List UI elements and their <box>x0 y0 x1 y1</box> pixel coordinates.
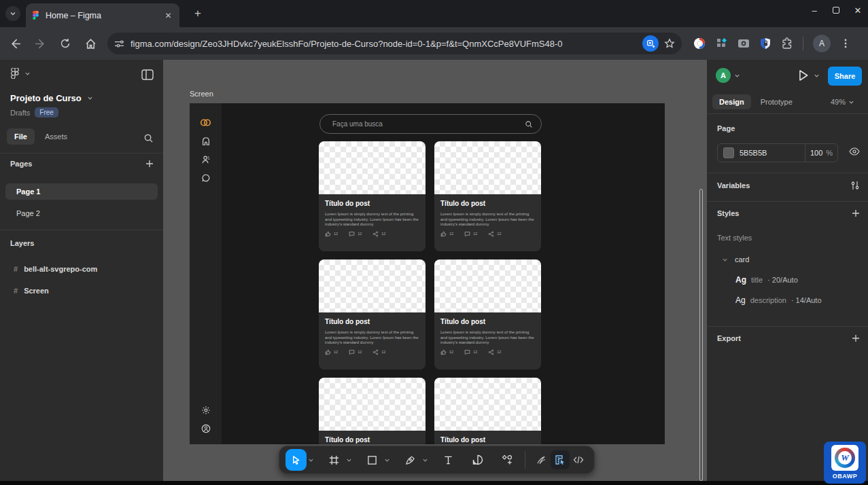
site-settings-icon[interactable] <box>114 39 124 49</box>
file-location[interactable]: Drafts <box>10 109 30 117</box>
window-close-button[interactable]: ✕ <box>853 5 863 15</box>
layer-item-screen[interactable]: # Screen <box>5 283 158 299</box>
post-card[interactable]: Título do post Lorem Ipsum is simply dum… <box>434 141 541 251</box>
google-lens-icon[interactable] <box>642 35 659 52</box>
chevron-down-icon[interactable] <box>24 71 31 77</box>
bookmark-star-icon[interactable] <box>664 38 675 49</box>
forward-button[interactable] <box>30 33 50 54</box>
comment-icon <box>464 231 470 237</box>
post-description: Lorem Ipsum is simply dummy text of the … <box>325 212 419 228</box>
add-page-icon[interactable] <box>145 160 154 168</box>
comment-stat: 12 <box>464 349 477 355</box>
thumbs-up-icon <box>325 231 331 237</box>
pen-tool-button[interactable] <box>400 449 421 471</box>
post-card[interactable]: Título do post Lorem Ipsum is simply dum… <box>434 259 541 370</box>
post-card[interactable]: Título do post Lorem Ipsum is simply dum… <box>319 259 426 370</box>
post-card[interactable]: Título do post Lorem Ipsum is simply dum… <box>319 141 426 251</box>
new-tab-button[interactable]: + <box>190 6 205 21</box>
move-tool-button[interactable] <box>285 449 307 471</box>
plan-badge[interactable]: Free <box>35 107 58 118</box>
mock-nav-rail <box>190 103 222 444</box>
post-image-placeholder <box>319 141 426 194</box>
toggle-sidebar-icon[interactable] <box>141 69 154 80</box>
tab-search-button[interactable] <box>5 6 20 21</box>
thumbs-up-icon <box>440 349 447 355</box>
present-play-icon[interactable] <box>798 69 809 82</box>
chevron-down-icon[interactable] <box>814 73 820 79</box>
add-style-icon[interactable] <box>852 209 860 217</box>
post-card[interactable]: Título do post Lorem Ipsum is simply dum… <box>319 378 426 444</box>
dev-mode-button[interactable] <box>570 450 588 469</box>
style-group-card[interactable]: card <box>722 255 749 264</box>
text-tool-button[interactable] <box>438 449 459 471</box>
extension-grid-icon[interactable] <box>716 37 728 50</box>
layer-item-bell[interactable]: # bell-alt-svgrepo-com <box>5 261 158 277</box>
comment-tool-button[interactable] <box>467 449 488 471</box>
browser-profile-avatar[interactable]: A <box>813 35 831 52</box>
share-stat: 12 <box>372 349 385 355</box>
back-button[interactable] <box>5 33 25 54</box>
canvas-vertical-scrollbar[interactable] <box>699 189 703 481</box>
chevron-down-icon[interactable] <box>87 95 93 101</box>
layers-header: Layers <box>10 239 34 247</box>
chevron-down-icon[interactable] <box>734 73 740 79</box>
inspect-mode-button[interactable] <box>551 450 569 469</box>
tab-file[interactable]: File <box>7 128 35 145</box>
tab-design[interactable]: Design <box>712 94 751 109</box>
post-title: Título do post <box>440 318 535 325</box>
frame-tool-button[interactable] <box>324 449 345 471</box>
share-stat: 12 <box>488 349 501 355</box>
search-icon[interactable] <box>143 133 154 143</box>
window-maximize-button[interactable] <box>831 5 841 15</box>
home-button[interactable] <box>80 33 101 54</box>
chevron-down-icon[interactable] <box>384 457 390 463</box>
color-hex-value[interactable]: 5B5B5B <box>740 149 805 157</box>
window-minimize-button[interactable]: – <box>810 5 819 15</box>
draw-tools-button[interactable] <box>532 450 551 469</box>
post-title: Título do post <box>325 318 419 325</box>
reload-button[interactable] <box>55 33 75 54</box>
extension-shield-icon[interactable] <box>759 37 771 50</box>
variables-filter-icon[interactable] <box>850 181 860 190</box>
text-style-title[interactable]: Ag title · 20/Auto <box>735 275 798 285</box>
figma-canvas[interactable]: Screen <box>163 60 707 481</box>
extension-colorwheel-icon[interactable] <box>693 37 706 50</box>
page-color-field[interactable]: 5B5B5B 100 % <box>717 143 838 162</box>
text-style-description[interactable]: Ag description · 14/Auto <box>735 295 822 305</box>
figma-menu-logo-icon[interactable] <box>10 68 20 79</box>
opacity-value[interactable]: 100 <box>810 149 822 157</box>
share-button[interactable]: Share <box>828 67 862 86</box>
chevron-down-icon[interactable] <box>722 257 728 263</box>
post-card[interactable]: Título do post Lorem Ipsum is simply dum… <box>434 378 541 444</box>
sidebar-item-page-2[interactable]: Page 2 <box>5 205 158 221</box>
sidebar-item-page-1[interactable]: Page 1 <box>5 183 158 200</box>
ruler-cursor-icon <box>555 454 566 465</box>
tab-close-button[interactable]: ✕ <box>162 10 174 21</box>
browser-menu-kebab-icon[interactable] <box>840 38 851 49</box>
browser-tab[interactable]: Home – Figma ✕ <box>26 3 179 27</box>
extension-camera-icon[interactable] <box>737 37 750 50</box>
shape-tool-button[interactable] <box>362 449 383 471</box>
url-text[interactable]: figma.com/design/Zeo3JHDvkc7yeukElsshFo/… <box>131 39 642 49</box>
address-bar[interactable]: figma.com/design/Zeo3JHDvkc7yeukElsshFo/… <box>107 33 682 54</box>
actions-button[interactable] <box>496 449 517 471</box>
file-name[interactable]: Projeto de Curso <box>10 93 82 103</box>
chevron-down-icon[interactable] <box>422 457 428 463</box>
post-description: Lorem Ipsum is simply dummy text of the … <box>325 330 419 346</box>
frame-label[interactable]: Screen <box>190 90 213 98</box>
tab-prototype[interactable]: Prototype <box>754 94 799 109</box>
tab-assets[interactable]: Assets <box>37 128 75 145</box>
code-icon <box>573 454 584 465</box>
visibility-eye-icon[interactable] <box>849 147 860 156</box>
screen-frame[interactable]: Faça uma busca Título do post Lorem Ipsu… <box>190 103 665 444</box>
home-icon <box>201 137 211 146</box>
add-export-icon[interactable] <box>852 334 860 342</box>
account-icon <box>201 424 211 433</box>
color-swatch[interactable] <box>723 147 734 158</box>
user-avatar[interactable]: A <box>716 68 731 83</box>
percent-sign: % <box>826 149 833 157</box>
chevron-down-icon[interactable] <box>308 457 314 463</box>
chevron-down-icon[interactable] <box>346 457 352 463</box>
zoom-control[interactable]: 49% <box>831 98 854 106</box>
extensions-puzzle-icon[interactable] <box>781 37 793 50</box>
